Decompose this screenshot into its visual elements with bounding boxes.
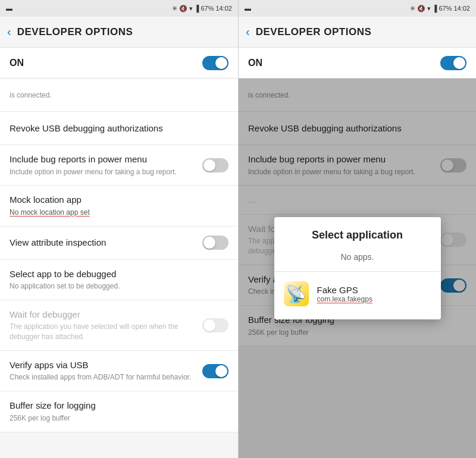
- dialog-divider: [274, 271, 441, 272]
- right-status-bar: ▬ ✳ 🔇 ▾ ▐ 67% 14:02: [239, 0, 476, 17]
- wait-debugger-toggle: [202, 318, 228, 332]
- right-mute-icon: 🔇: [417, 5, 425, 12]
- mute-icon: 🔇: [179, 5, 187, 12]
- toggle-thumb: [215, 365, 227, 377]
- right-on-row: ON: [239, 48, 476, 79]
- app-name: Fake GPS: [317, 285, 431, 295]
- toggle-thumb: [203, 237, 215, 249]
- left-on-row: ON: [0, 48, 238, 79]
- toggle-thumb: [203, 319, 215, 331]
- select-debug-title: Select app to be debugged: [10, 268, 223, 280]
- toggle-thumb: [453, 57, 465, 69]
- photo-icon: ▬: [6, 5, 12, 12]
- right-signal-icon: ▐: [433, 5, 437, 12]
- toggle-thumb: [203, 159, 215, 171]
- right-page-title: DEVELOPER OPTIONS: [256, 26, 372, 38]
- app-package: com.lexa.fakegps: [317, 295, 431, 303]
- battery-level: 67% 14:02: [201, 5, 232, 12]
- bug-reports-title: Include bug reports in power menu: [10, 153, 196, 165]
- buffer-logging-title: Buffer size for logging: [10, 400, 223, 412]
- wait-debugger-subtitle: The application you have selected will o…: [10, 322, 196, 342]
- app-info: Fake GPS com.lexa.fakegps: [317, 285, 431, 303]
- select-app-dialog: Select application No apps. 📡 Fake GPS c…: [274, 217, 441, 319]
- right-battery-level: 67% 14:02: [439, 5, 470, 12]
- select-debug-subtitle: No application set to be debugged.: [10, 281, 223, 291]
- app-icon: 📡: [284, 281, 309, 306]
- right-status-right: ✳ 🔇 ▾ ▐ 67% 14:02: [410, 5, 470, 12]
- right-panel: ▬ ✳ 🔇 ▾ ▐ 67% 14:02 ‹ DEVELOPER OPTIONS …: [238, 0, 476, 458]
- connected-text: is connected.: [10, 91, 52, 99]
- buffer-logging-subtitle: 256K per log buffer: [10, 413, 223, 424]
- revoke-usb-title: Revoke USB debugging authorizations: [10, 123, 223, 134]
- left-panel: ▬ ✳ 🔇 ▾ ▐ 67% 14:02 ‹ DEVELOPER OPTIONS …: [0, 0, 238, 458]
- on-label: ON: [10, 58, 24, 68]
- wait-debugger-title: Wait for debugger: [10, 309, 196, 321]
- setting-row-verify-usb[interactable]: Verify apps via USB Check installed apps…: [0, 351, 238, 391]
- right-bluetooth-icon: ✳: [410, 5, 415, 12]
- verify-usb-toggle[interactable]: [202, 364, 228, 378]
- bug-reports-subtitle: Include option in power menu for taking …: [10, 167, 196, 177]
- setting-row-buffer-logging[interactable]: Buffer size for logging 256K per log buf…: [0, 391, 238, 432]
- back-button[interactable]: ‹: [7, 25, 11, 39]
- setting-row-view-attribute[interactable]: View attribute inspection: [0, 227, 238, 260]
- bluetooth-icon: ✳: [172, 5, 177, 12]
- setting-row-revoke-usb[interactable]: Revoke USB debugging authorizations: [0, 112, 238, 145]
- left-content: is connected. Revoke USB debugging autho…: [0, 79, 238, 458]
- mock-location-subtitle: No mock location app set: [10, 208, 223, 218]
- right-developer-toggle[interactable]: [440, 56, 466, 70]
- setting-row-mock-location[interactable]: Mock location app No mock location app s…: [0, 186, 238, 226]
- left-status-bar: ▬ ✳ 🔇 ▾ ▐ 67% 14:02: [0, 0, 238, 17]
- verify-usb-subtitle: Check installed apps from ADB/ADT for ha…: [10, 372, 196, 382]
- left-top-bar: ‹ DEVELOPER OPTIONS: [0, 17, 238, 48]
- mock-location-title: Mock location app: [10, 194, 223, 206]
- right-content: is connected. Revoke USB debugging autho…: [239, 79, 476, 458]
- fake-gps-icon: 📡: [286, 284, 306, 304]
- status-left-icons: ▬: [6, 5, 12, 12]
- setting-row-wait-debugger: Wait for debugger The application you ha…: [0, 300, 238, 351]
- dialog-title: Select application: [274, 229, 441, 250]
- developer-toggle[interactable]: [202, 56, 228, 70]
- right-photo-icon: ▬: [245, 5, 251, 12]
- setting-row-select-debug[interactable]: Select app to be debugged No application…: [0, 260, 238, 300]
- wifi-icon: ▾: [189, 5, 193, 12]
- status-right-info: ✳ 🔇 ▾ ▐ 67% 14:02: [172, 5, 232, 12]
- dialog-overlay[interactable]: Select application No apps. 📡 Fake GPS c…: [239, 79, 476, 458]
- view-attribute-title: View attribute inspection: [10, 237, 196, 249]
- dialog-no-apps: No apps.: [274, 250, 441, 271]
- right-on-label: ON: [248, 58, 262, 68]
- left-page-title: DEVELOPER OPTIONS: [17, 26, 133, 38]
- right-top-bar: ‹ DEVELOPER OPTIONS: [239, 17, 476, 48]
- right-status-left: ▬: [245, 5, 251, 12]
- signal-icon: ▐: [195, 5, 199, 12]
- bug-reports-toggle[interactable]: [202, 158, 228, 172]
- right-wifi-icon: ▾: [427, 5, 431, 12]
- setting-row-bug-reports[interactable]: Include bug reports in power menu Includ…: [0, 145, 238, 186]
- right-back-button[interactable]: ‹: [246, 25, 250, 39]
- verify-usb-title: Verify apps via USB: [10, 359, 196, 371]
- connected-row: is connected.: [0, 79, 238, 112]
- view-attribute-toggle[interactable]: [202, 236, 228, 250]
- toggle-thumb: [215, 57, 227, 69]
- dialog-app-row[interactable]: 📡 Fake GPS com.lexa.fakegps: [274, 274, 441, 313]
